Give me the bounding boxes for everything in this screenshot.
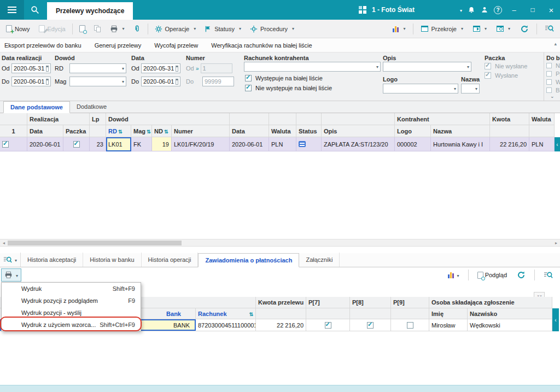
view-document-button[interactable] [75,22,89,36]
tab-dodatkowe[interactable]: Dodatkowe [70,101,113,113]
bheader-group-osoba[interactable]: Osoba składająca zgłoszenie [429,297,552,308]
rachunek-kontrahenta-combo[interactable] [244,62,381,72]
layout-export-button[interactable] [469,22,491,36]
preview-button[interactable]: Podgląd [475,268,510,282]
action-verify-whitelist[interactable]: Weryfikacja rachunków na białej liście [211,42,312,49]
header-opis[interactable]: Opis [322,125,395,137]
hamburger-button[interactable] [0,0,24,20]
calendar-icon[interactable] [176,66,178,72]
minimize-button[interactable] [508,0,521,20]
scroll-right-arrow[interactable]: ▸ [552,239,560,246]
bell-icon[interactable] [468,6,475,14]
help-icon[interactable] [494,6,502,14]
apps-grid-icon[interactable] [359,6,366,14]
paczka-checkbox[interactable] [73,141,80,148]
header-rd[interactable]: RD [106,125,131,137]
header-group-dowod[interactable]: Dowód [106,113,230,125]
header-numer[interactable]: Numer [172,125,230,137]
new-button[interactable]: Nowy [2,22,34,36]
header-nd[interactable]: ND [152,125,172,137]
nazwa-combo[interactable] [461,84,480,93]
bheader-p8[interactable]: P[8] [350,297,391,308]
header-nazwa[interactable]: Nazwa [431,125,490,137]
tab-historia-w-banku[interactable]: Historia w banku [83,253,141,267]
bheader-p9[interactable]: P[9] [391,297,429,308]
company-chevron-down-icon[interactable] [458,7,462,13]
module-tab-przelewy-wychodzace[interactable]: Przelewy wychodzące [47,2,133,20]
whitelist-yes-checkbox[interactable] [245,75,252,81]
tab-zawiadomienia-o-platnosciach[interactable]: Zawiadomienia o płatnościach [198,253,299,267]
edit-button[interactable]: Edycja [35,22,69,36]
tab-historia-operacji[interactable]: Historia operacji [142,253,199,267]
data-do-input[interactable]: 2020-06-01 [141,77,180,86]
action-export-to-bank[interactable]: Eksport przelewów do banku [4,42,81,49]
operations-menu-button[interactable]: Operacje [151,22,200,36]
dobanku-cb1[interactable] [546,63,552,68]
transfer-row[interactable]: 2020-06-01 23 LK01 FK 19 LK01/FK/20/19 2… [0,137,555,151]
chart-button[interactable] [389,22,409,36]
p7-checkbox[interactable] [325,322,331,329]
whitelist-no-checkbox[interactable] [245,85,252,91]
paczka-niewyslane-checkbox[interactable] [485,63,491,69]
bottom-pin-column-left-arrow[interactable] [552,308,559,331]
bheader-imie[interactable]: Imię [429,308,468,319]
numer-do-input[interactable]: 99999 [202,77,234,86]
pin-column-left-arrow[interactable] [555,137,560,151]
bheader-p7[interactable]: P[7] [306,297,350,308]
header-kwota[interactable]: Kwota [490,113,529,125]
p9-checkbox[interactable] [407,322,413,329]
user-icon[interactable] [481,6,488,14]
more-filters-chevron-down-icon[interactable]: ⌄ [550,93,555,99]
dowod-mag-combo[interactable] [69,77,126,86]
dobanku-cb3[interactable] [546,79,552,85]
header-paczka[interactable]: Paczka [63,125,90,137]
procedures-menu-button[interactable]: Procedury [246,22,298,36]
header-logo[interactable]: Logo [395,125,431,137]
calendar-icon[interactable] [46,66,49,72]
data-od-input[interactable]: 2020-05-31 [141,63,180,73]
header-data-dokumentu[interactable]: Data [230,125,269,137]
paczka-wyslane-checkbox[interactable] [485,72,491,79]
scrollbar-thumb[interactable] [8,241,182,245]
dowod-rd-combo[interactable] [69,63,126,73]
header-group-realizacja[interactable]: Realizacja [27,113,90,125]
company-name[interactable]: 1 - Foto Świat [372,6,415,14]
header-status[interactable]: Status [296,125,322,137]
copy-button[interactable] [90,22,105,36]
horizontal-scrollbar[interactable]: ◂ ▸ [0,239,560,247]
opis-combo[interactable] [383,62,471,72]
data-realizacji-do-input[interactable]: 2020-06-01 [11,77,51,86]
scroll-left-arrow[interactable]: ◂ [0,239,8,246]
menu-item-wydruk-pozycji-z-podgladem[interactable]: Wydruk pozycji z podglądemF9 [2,295,141,307]
statuses-menu-button[interactable]: Statusy [201,22,245,36]
calendar-icon[interactable] [46,79,49,85]
logo-combo[interactable] [383,84,458,93]
tab-zalaczniki[interactable]: Załączniki [299,253,340,267]
header-waluta[interactable]: Waluta [269,125,296,137]
cell-rd-focused[interactable]: LK01 [106,137,131,151]
attach-button[interactable] [130,22,145,36]
filter-search-button[interactable] [541,22,558,36]
layout-settings-button[interactable] [493,22,514,36]
action-withdraw-transfer[interactable]: Wycofaj przelew [154,42,198,49]
action-generate-transfers[interactable]: Generuj przelewy [95,42,142,49]
numer-od-input[interactable]: 1 [201,63,232,73]
bheader-rachunek[interactable]: Rachunek [196,308,256,319]
p8-checkbox[interactable] [367,322,374,329]
header-waluta2[interactable]: Waluta [529,113,555,125]
bottom-print-button[interactable] [1,268,21,282]
tab-historia-akceptacji[interactable]: Historia akceptacji [21,253,83,267]
global-search-button[interactable] [24,0,46,20]
list-search-tool-button[interactable] [0,253,21,267]
bottom-refresh-button[interactable] [514,268,528,282]
menu-item-wydruk-pozycji-wyslij[interactable]: Wydruk pozycji - wyślij [2,307,141,319]
dobanku-cb4[interactable] [546,87,552,93]
bottom-filter-search-button[interactable] [541,268,556,282]
header-lp[interactable]: Lp [90,113,106,125]
header-group-kontrahent[interactable]: Kontrahent [395,113,490,125]
refresh-button[interactable] [516,22,533,36]
menu-item-wydruk[interactable]: WydrukShift+F9 [2,283,141,295]
bheader-kwota-przelewu[interactable]: Kwota przelewu [256,297,306,308]
collapse-filter-chevron-up-icon[interactable]: ▴ [554,41,557,46]
calendar-icon[interactable] [176,79,178,85]
